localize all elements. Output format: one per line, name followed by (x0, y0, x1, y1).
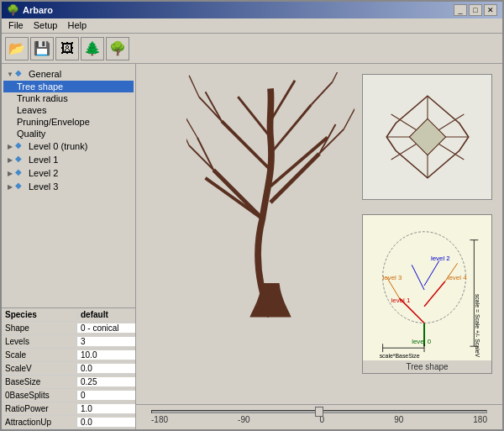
svg-text:level 1: level 1 (391, 297, 410, 304)
prop-label-shape: Shape (2, 323, 77, 333)
prop-label-ratiopower: RatioPower (2, 404, 77, 413)
tree-item-level2[interactable]: ▶ ◆ Level 2 (3, 166, 134, 180)
top-view-svg (373, 82, 482, 192)
tree-label-leaves: Leaves (17, 105, 46, 115)
tree-item-level0[interactable]: ▶ ◆ Level 0 (trunk) (3, 139, 134, 153)
prop-label-scalev: ScaleV (2, 364, 77, 373)
top-view-panel (362, 74, 492, 200)
tree-item-level3[interactable]: ▶ ◆ Level 3 (3, 180, 134, 193)
tree-item-general[interactable]: ▼ ◆ General (3, 67, 134, 81)
prop-value-basesplits[interactable]: 0 (77, 391, 135, 400)
slider-thumb[interactable] (315, 407, 323, 417)
expand-icon-level1: ▶ (5, 155, 15, 165)
svg-line-8 (189, 145, 213, 170)
tree-item-level1[interactable]: ▶ ◆ Level 1 (3, 153, 134, 166)
tree-button-1[interactable]: 🌲 (81, 37, 104, 60)
diagram-panel: level 2 level 3 level 1 level 4 level 0 … (362, 214, 492, 374)
prop-value-basesize[interactable]: 0.25 (77, 377, 135, 386)
tree-item-pruning[interactable]: Pruning/Envelope (3, 116, 134, 128)
prop-col-species: Species (2, 310, 77, 319)
main-content: ▼ ◆ General Tree shape Trunk radius Leav… (2, 64, 502, 429)
menu-file[interactable]: File (3, 19, 29, 32)
tree-label-tree-shape: Tree shape (17, 81, 63, 92)
prop-value-scale[interactable]: 10.0 (77, 350, 135, 360)
svg-line-7 (270, 81, 295, 121)
open-button[interactable]: 📂 (5, 37, 29, 60)
prop-value-scalev[interactable]: 0.0 (77, 364, 135, 373)
app-icon: 🌳 (7, 4, 19, 16)
svg-line-18 (189, 76, 199, 97)
prop-row-basesplits: 0BaseSplits 0 (2, 389, 135, 402)
minimize-button[interactable]: _ (454, 4, 467, 16)
tree-label-level3: Level 3 (29, 181, 58, 192)
prop-header: Species default (2, 308, 135, 322)
bottom-slider-bar: -180 -90 0 90 180 (136, 404, 502, 429)
tree-item-tree-shape[interactable]: Tree shape (3, 81, 134, 92)
prop-row-levels: Levels 3 (2, 335, 135, 349)
svg-line-9 (197, 138, 213, 171)
prop-row-scalev: ScaleV 0.0 (2, 362, 135, 376)
expand-icon-general: ▼ (5, 69, 15, 79)
slider-mark-90: -90 (238, 415, 249, 424)
slider-container: -180 -90 0 90 180 (151, 410, 487, 424)
prop-row-shape: Shape 0 - conical (2, 322, 135, 335)
tree-item-leaves[interactable]: Leaves (3, 104, 134, 116)
svg-line-6 (238, 97, 270, 137)
svg-marker-27 (409, 118, 445, 155)
svg-line-0 (213, 170, 262, 218)
tree-item-trunk-radius[interactable]: Trunk radius (3, 92, 134, 104)
tree-label-level1: Level 1 (29, 155, 58, 165)
svg-text:scale = Scale +/- ScaleV: scale = Scale +/- ScaleV (475, 294, 480, 358)
node-icon-level2: ◆ (15, 167, 27, 179)
main-window: 🌳 Arbaro _ □ ✕ File Setup Help 📂 💾 🖼 🌲 🌳 (0, 0, 504, 431)
expand-icon-level0: ▶ (5, 141, 15, 151)
node-icon-level1: ◆ (15, 154, 27, 166)
prop-label-scale: Scale (2, 350, 77, 360)
tree-item-quality[interactable]: Quality (3, 128, 134, 139)
prop-value-levels[interactable]: 3 (77, 337, 135, 346)
svg-line-15 (186, 124, 189, 145)
tree-button-2[interactable]: 🌳 (106, 37, 129, 60)
tree-label-level2: Level 2 (29, 168, 58, 178)
slider-mark-90b: 90 (394, 415, 403, 424)
render-button[interactable]: 🖼 (55, 37, 79, 60)
expand-icon-level3: ▶ (5, 181, 15, 192)
svg-text:level 2: level 2 (430, 255, 449, 262)
svg-line-35 (424, 260, 439, 286)
canvas-area: level 2 level 3 level 1 level 4 level 0 … (136, 64, 502, 429)
diagram-label: Tree shape (363, 360, 491, 373)
diagram-svg: level 2 level 3 level 1 level 4 level 0 … (365, 215, 490, 360)
window-title: Arbaro (23, 5, 53, 15)
prop-row-basesize: BaseSize 0.25 (2, 376, 135, 389)
svg-line-34 (412, 265, 424, 290)
svg-text:level 3: level 3 (382, 274, 402, 281)
tree-label-quality: Quality (17, 129, 45, 139)
svg-line-1 (206, 178, 263, 218)
tree-drawing (186, 72, 354, 333)
main-3d-view: level 2 level 3 level 1 level 4 level 0 … (136, 64, 502, 404)
expand-icon-level2: ▶ (5, 168, 15, 178)
tree-label-pruning: Pruning/Envelope (17, 117, 90, 127)
close-button[interactable]: ✕ (484, 4, 497, 16)
prop-label-attractionup: AttractionUp (2, 418, 77, 427)
maximize-button[interactable]: □ (469, 4, 482, 16)
save-button[interactable]: 💾 (30, 37, 54, 60)
prop-value-attractionup[interactable]: 0.0 (77, 418, 135, 427)
menu-setup[interactable]: Setup (29, 19, 63, 32)
prop-label-basesplits: 0BaseSplits (2, 391, 77, 400)
prop-row-scale: Scale 10.0 (2, 349, 135, 362)
svg-text:level 4: level 4 (447, 274, 466, 281)
svg-line-16 (186, 118, 197, 137)
prop-value-ratiopower[interactable]: 1.0 (77, 404, 135, 413)
toolbar: 📂 💾 🖼 🌲 🌳 (2, 34, 502, 64)
node-icon-general: ◆ (15, 68, 27, 80)
menu-help[interactable]: Help (62, 19, 92, 32)
prop-row-attractionup: AttractionUp 0.0 (2, 416, 135, 429)
node-icon-level0: ◆ (15, 140, 27, 152)
svg-line-31 (424, 281, 445, 307)
slider-max: 180 (473, 415, 487, 424)
left-panel: ▼ ◆ General Tree shape Trunk radius Leav… (2, 64, 136, 429)
prop-label-basesize: BaseSize (2, 377, 77, 386)
prop-value-shape[interactable]: 0 - conical (77, 323, 135, 333)
tree-label-trunk-radius: Trunk radius (17, 93, 68, 103)
